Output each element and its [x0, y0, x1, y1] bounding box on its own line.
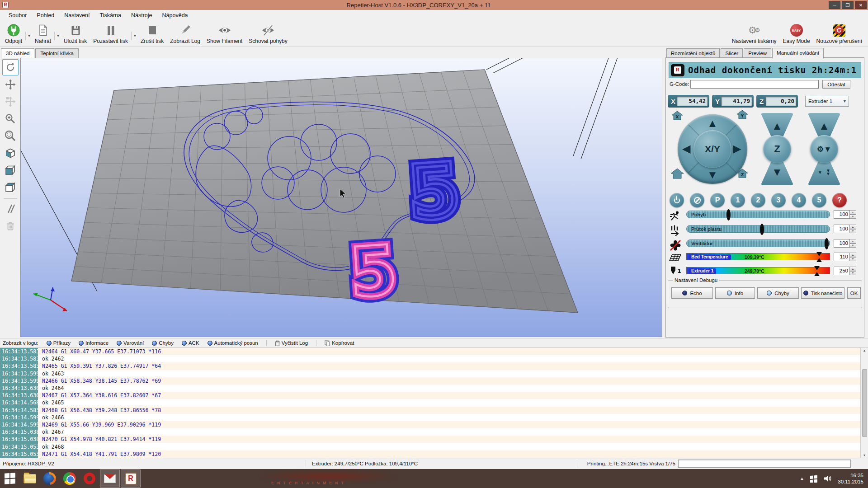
scrollbar-thumb[interactable] — [862, 369, 867, 437]
bed-down-arrow[interactable]: ▼ — [850, 257, 856, 262]
tab-manualni-ovladani[interactable]: Manuální ovládání — [772, 48, 824, 58]
menu-nastroje[interactable]: Nástroje — [126, 11, 157, 20]
debug-dry-run-button[interactable]: Tisk nanečisto — [801, 287, 844, 299]
log-scrollbar[interactable]: ▲ ▼ — [860, 348, 868, 458]
front-view-tool[interactable] — [2, 162, 19, 178]
disconnect-button[interactable]: Odpojit — [2, 22, 25, 45]
close-button[interactable]: ✕ — [855, 1, 867, 9]
copy-log-button[interactable]: Kopírovat — [325, 340, 354, 346]
firefox-button[interactable] — [40, 469, 60, 488]
tab-teplotni-krivka[interactable]: Teplotní křivka — [35, 48, 79, 58]
flow-down-arrow[interactable]: ▼ — [850, 229, 856, 234]
rotate-view-tool[interactable] — [2, 59, 19, 75]
help-button[interactable]: ? — [832, 193, 847, 207]
top-view-tool[interactable] — [2, 179, 19, 196]
extruder-temp-bar[interactable]: Extruder 1 249,70°C — [686, 267, 830, 274]
jog-y-minus[interactable]: ▼ — [707, 169, 718, 180]
gcode-input[interactable] — [690, 80, 819, 89]
zoom-fit-tool[interactable] — [2, 128, 19, 144]
flow-up-arrow[interactable]: ▲ — [850, 225, 856, 229]
debug-errors-button[interactable]: Chyby — [757, 287, 799, 299]
start-button[interactable] — [0, 469, 20, 488]
mail-button[interactable] — [100, 469, 120, 488]
clock[interactable]: 16:35 30.11.2015 — [838, 472, 863, 485]
speed-up-arrow[interactable]: ▲ — [850, 210, 856, 215]
filter-errors[interactable]: Chyby — [152, 340, 174, 346]
load-button[interactable]: Nahrát — [32, 22, 54, 45]
isometric-view-tool[interactable] — [2, 145, 19, 161]
filter-commands[interactable]: Příkazy — [47, 340, 71, 346]
send-gcode-button[interactable]: Odeslat — [822, 80, 850, 89]
flow-slider[interactable]: Průtok plastu — [686, 225, 830, 233]
ext-down-arrow[interactable]: ▼ — [850, 271, 856, 276]
tray-windows-icon[interactable] — [810, 474, 818, 483]
load-dropdown[interactable]: ▼ — [54, 32, 61, 40]
z-jog-control[interactable]: ▲ ▼ Z — [760, 113, 794, 185]
file-explorer-button[interactable] — [20, 469, 40, 488]
fan-up-arrow[interactable]: ▲ — [850, 239, 856, 244]
debug-echo-button[interactable]: Echo — [671, 287, 713, 299]
ext-up-arrow[interactable]: ▲ — [850, 267, 856, 271]
opera-button[interactable] — [80, 469, 99, 488]
fan-down-arrow[interactable]: ▼ — [850, 244, 856, 248]
xy-jog-pad[interactable]: ▲ ▼ ◀ ▶ X/Y — [678, 114, 747, 184]
emergency-stop-button[interactable]: Nouzové přerušení — [813, 22, 865, 45]
jog-y-plus[interactable]: ▲ — [707, 118, 718, 129]
menu-tiskarna[interactable]: Tiskárna — [95, 11, 126, 20]
jog-x-plus[interactable]: ▶ — [733, 143, 741, 154]
tray-expand-arrow[interactable]: ▲ — [800, 476, 804, 481]
preset-2-button[interactable]: 2 — [751, 193, 765, 207]
tab-slicer[interactable]: Slicer — [721, 48, 743, 58]
tab-rozmisteni-objektu[interactable]: Rozmístění objektů — [666, 48, 720, 58]
parallel-projection-tool[interactable] — [2, 201, 19, 217]
scroll-up-arrow[interactable]: ▲ — [863, 349, 866, 352]
printer-settings-button[interactable]: ⚙⚙ Nastavení tiskárny — [729, 22, 780, 45]
menu-napoveda[interactable]: Nápověda — [157, 11, 193, 20]
tab-preview[interactable]: Preview — [744, 48, 771, 58]
zoom-tool[interactable] — [2, 111, 19, 127]
move-view-tool[interactable] — [2, 76, 19, 93]
fan-slider[interactable]: Ventilátor — [686, 239, 830, 247]
maximize-button[interactable]: ❐ — [842, 1, 854, 9]
home-x-button[interactable]: X — [671, 110, 683, 121]
home-y-button[interactable]: Y — [736, 109, 748, 120]
show-log-button[interactable]: Zobrazit Log — [167, 22, 203, 45]
show-filament-button[interactable]: Show Filament — [203, 22, 245, 45]
home-all-button[interactable] — [670, 168, 684, 179]
flow-slider-thumb[interactable] — [760, 224, 764, 235]
move-object-tool[interactable] — [2, 94, 19, 110]
save-print-button[interactable]: Uložit tisk — [61, 22, 90, 45]
fan-slider-thumb[interactable] — [825, 238, 829, 249]
minimize-button[interactable]: ─ — [829, 1, 840, 9]
repetier-host-taskbar-button[interactable]: R — [121, 469, 141, 488]
delete-object-tool[interactable] — [2, 218, 19, 234]
tab-3d-nahled[interactable]: 3D náhled — [1, 48, 34, 58]
park-button[interactable]: P — [710, 193, 725, 207]
preset-4-button[interactable]: 4 — [792, 193, 806, 207]
3d-viewport[interactable]: 5 5 5 5 5 5 — [20, 58, 662, 337]
hide-travel-moves-button[interactable]: Schovat pohyby — [245, 22, 290, 45]
filter-ack[interactable]: ACK — [182, 340, 199, 346]
filter-warnings[interactable]: Varování — [117, 340, 144, 346]
filter-autoscroll[interactable]: Automatický posun — [208, 340, 258, 346]
debug-ok-button[interactable]: OK — [847, 287, 861, 299]
chrome-button[interactable] — [60, 469, 80, 488]
extruder-temp-thumb[interactable] — [814, 266, 820, 276]
speed-slider[interactable]: Pohyb — [686, 211, 830, 218]
cancel-print-button[interactable]: Zrušit tisk — [137, 22, 167, 45]
extruder-select[interactable]: Extruder 1▼ — [805, 96, 849, 107]
preset-1-button[interactable]: 1 — [731, 193, 745, 207]
pause-dropdown[interactable]: ▼ — [131, 32, 137, 40]
filament-off-button[interactable] — [690, 193, 704, 207]
menu-pohled[interactable]: Pohled — [32, 11, 59, 20]
easy-mode-button[interactable]: EASY Easy Mode — [780, 22, 813, 45]
preset-5-button[interactable]: 5 — [812, 193, 826, 207]
speed-slider-thumb[interactable] — [726, 209, 731, 221]
bed-temp-bar[interactable]: Bed Temperature 109,39°C — [686, 253, 830, 260]
menu-soubor[interactable]: Soubor — [4, 11, 32, 20]
debug-info-button[interactable]: Info — [715, 287, 755, 299]
volume-icon[interactable] — [824, 475, 832, 482]
clear-log-button[interactable]: Vyčistit Log — [275, 340, 308, 346]
menu-nastaveni[interactable]: Nastavení — [59, 11, 94, 20]
preset-3-button[interactable]: 3 — [771, 193, 786, 207]
